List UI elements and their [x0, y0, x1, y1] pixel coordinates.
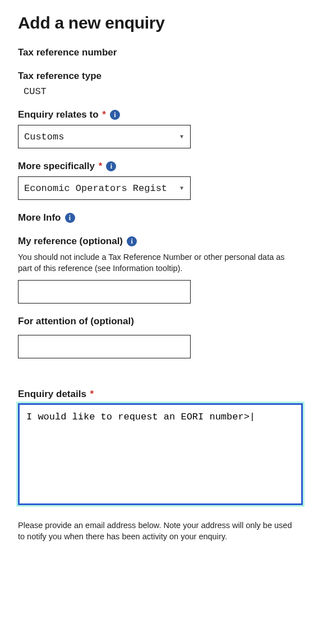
enquiry-details-textarea[interactable]: [18, 403, 303, 505]
tax-reference-type-group: Tax reference type CUST: [18, 71, 314, 97]
enquiry-details-label: Enquiry details *: [18, 389, 94, 400]
info-icon[interactable]: i: [110, 110, 120, 120]
enquiry-relates-label: Enquiry relates to *: [18, 109, 106, 120]
chevron-down-icon: ▼: [180, 185, 183, 192]
required-mark: *: [96, 161, 102, 171]
for-attention-label: For attention of (optional): [18, 316, 134, 327]
page-title: Add a new enquiry: [18, 13, 314, 32]
for-attention-group: For attention of (optional): [18, 316, 314, 358]
more-info-label: More Info: [18, 212, 61, 223]
tax-ref-number-label: Tax reference number: [18, 47, 117, 58]
info-icon[interactable]: i: [106, 161, 116, 171]
my-reference-input[interactable]: [18, 280, 191, 304]
for-attention-input[interactable]: [18, 335, 191, 358]
required-mark: *: [100, 109, 106, 120]
enquiry-relates-select[interactable]: Customs ▼: [18, 125, 191, 148]
tax-ref-type-value: CUST: [18, 86, 314, 97]
more-specifically-select[interactable]: Economic Operators Regist ▼: [18, 176, 191, 200]
enquiry-relates-group: Enquiry relates to * i Customs ▼: [18, 109, 314, 148]
info-icon[interactable]: i: [127, 236, 137, 246]
more-specifically-group: More specifically * i Economic Operators…: [18, 161, 314, 200]
chevron-down-icon: ▼: [180, 134, 183, 140]
enquiry-details-group: Enquiry details *: [18, 389, 314, 507]
tax-ref-type-label: Tax reference type: [18, 71, 102, 82]
more-info-group: More Info i: [18, 212, 314, 223]
my-reference-help: You should not include a Tax Reference N…: [18, 251, 293, 274]
required-mark: *: [87, 389, 94, 399]
my-reference-group: My reference (optional) i You should not…: [18, 236, 314, 304]
tax-reference-number-group: Tax reference number: [18, 47, 314, 58]
my-reference-label: My reference (optional): [18, 236, 123, 247]
email-note: Please provide an email address below. N…: [18, 520, 293, 543]
info-icon[interactable]: i: [65, 213, 75, 223]
more-specifically-label: More specifically *: [18, 161, 102, 172]
